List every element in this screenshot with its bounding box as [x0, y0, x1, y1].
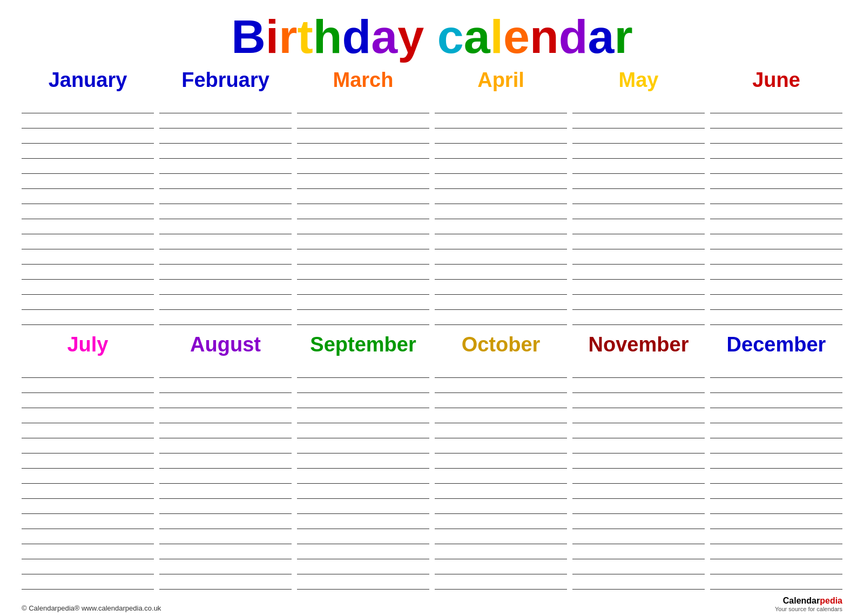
line[interactable]	[435, 393, 567, 408]
line[interactable]	[572, 484, 705, 499]
line[interactable]	[435, 265, 567, 280]
line[interactable]	[572, 189, 705, 204]
line[interactable]	[159, 98, 292, 113]
line[interactable]	[572, 219, 705, 234]
line[interactable]	[22, 295, 154, 310]
line[interactable]	[159, 310, 292, 325]
line[interactable]	[435, 113, 567, 128]
line[interactable]	[572, 204, 705, 219]
line[interactable]	[297, 128, 429, 144]
line[interactable]	[710, 189, 842, 204]
line[interactable]	[159, 174, 292, 189]
line[interactable]	[710, 113, 842, 128]
line[interactable]	[710, 438, 842, 453]
line[interactable]	[710, 295, 842, 310]
line[interactable]	[435, 144, 567, 159]
line[interactable]	[22, 423, 154, 438]
line[interactable]	[297, 234, 429, 249]
line[interactable]	[710, 453, 842, 469]
line[interactable]	[435, 98, 567, 113]
line[interactable]	[159, 499, 292, 514]
line[interactable]	[297, 484, 429, 499]
line[interactable]	[435, 559, 567, 574]
line[interactable]	[572, 438, 705, 453]
line[interactable]	[297, 499, 429, 514]
line[interactable]	[297, 265, 429, 280]
line[interactable]	[572, 128, 705, 144]
line[interactable]	[22, 574, 154, 590]
line[interactable]	[297, 469, 429, 484]
line[interactable]	[572, 574, 705, 590]
line[interactable]	[710, 499, 842, 514]
line[interactable]	[572, 310, 705, 325]
line[interactable]	[297, 295, 429, 310]
line[interactable]	[297, 174, 429, 189]
line[interactable]	[22, 393, 154, 408]
line[interactable]	[572, 280, 705, 295]
line[interactable]	[710, 204, 842, 219]
line[interactable]	[297, 204, 429, 219]
line[interactable]	[710, 393, 842, 408]
line[interactable]	[572, 234, 705, 249]
line[interactable]	[572, 469, 705, 484]
line[interactable]	[159, 378, 292, 393]
line[interactable]	[22, 189, 154, 204]
line[interactable]	[572, 453, 705, 469]
line[interactable]	[297, 98, 429, 113]
line[interactable]	[159, 514, 292, 529]
line[interactable]	[159, 393, 292, 408]
line[interactable]	[710, 363, 842, 378]
line[interactable]	[159, 249, 292, 265]
line[interactable]	[572, 423, 705, 438]
line[interactable]	[297, 423, 429, 438]
line[interactable]	[159, 574, 292, 590]
line[interactable]	[22, 174, 154, 189]
line[interactable]	[435, 378, 567, 393]
line[interactable]	[435, 363, 567, 378]
line[interactable]	[159, 544, 292, 559]
line[interactable]	[159, 363, 292, 378]
line[interactable]	[22, 128, 154, 144]
line[interactable]	[572, 265, 705, 280]
line[interactable]	[710, 484, 842, 499]
line[interactable]	[297, 249, 429, 265]
line[interactable]	[297, 544, 429, 559]
line[interactable]	[22, 484, 154, 499]
line[interactable]	[572, 249, 705, 265]
line[interactable]	[710, 423, 842, 438]
line[interactable]	[22, 453, 154, 469]
line[interactable]	[297, 113, 429, 128]
line[interactable]	[22, 249, 154, 265]
line[interactable]	[572, 363, 705, 378]
line[interactable]	[572, 159, 705, 174]
line[interactable]	[710, 265, 842, 280]
line[interactable]	[710, 544, 842, 559]
line[interactable]	[22, 438, 154, 453]
line[interactable]	[22, 469, 154, 484]
line[interactable]	[435, 204, 567, 219]
line[interactable]	[297, 159, 429, 174]
line[interactable]	[159, 469, 292, 484]
line[interactable]	[22, 378, 154, 393]
line[interactable]	[572, 174, 705, 189]
line[interactable]	[159, 204, 292, 219]
line[interactable]	[710, 144, 842, 159]
line[interactable]	[435, 469, 567, 484]
line[interactable]	[159, 438, 292, 453]
line[interactable]	[572, 559, 705, 574]
line[interactable]	[22, 159, 154, 174]
line[interactable]	[435, 310, 567, 325]
line[interactable]	[159, 113, 292, 128]
line[interactable]	[435, 280, 567, 295]
line[interactable]	[159, 423, 292, 438]
line[interactable]	[710, 159, 842, 174]
line[interactable]	[297, 514, 429, 529]
line[interactable]	[159, 453, 292, 469]
line[interactable]	[435, 529, 567, 544]
line[interactable]	[22, 280, 154, 295]
line[interactable]	[22, 514, 154, 529]
line[interactable]	[22, 499, 154, 514]
line[interactable]	[22, 408, 154, 423]
line[interactable]	[435, 219, 567, 234]
line[interactable]	[435, 574, 567, 590]
